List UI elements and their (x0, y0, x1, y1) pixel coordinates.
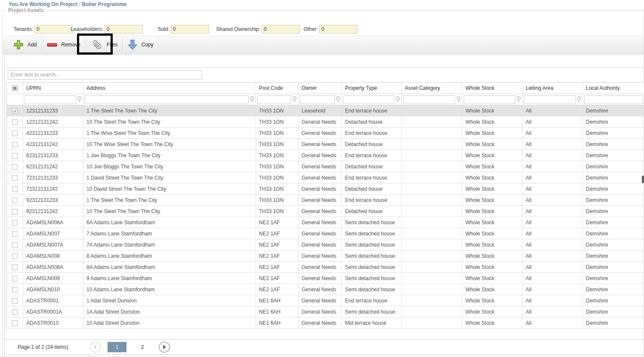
count-field-input[interactable] (319, 25, 357, 34)
count-field-input[interactable] (171, 25, 209, 34)
row-checkbox-cell[interactable] (7, 183, 23, 195)
row-checkbox[interactable] (12, 309, 18, 315)
table-row[interactable]: ADAMSLN0077 Adams Lane StamfordhamNE2 1A… (7, 228, 644, 239)
column-header-property-type[interactable]: Property Type (342, 82, 402, 94)
table-row[interactable]: ADAMSLN01010 Adams Lane StamfordhamNE2 1… (7, 284, 644, 295)
table-row[interactable]: 423121312331 The Wise Steet The Town The… (7, 128, 644, 139)
row-checkbox[interactable] (12, 231, 18, 237)
filter-funnel-icon[interactable] (577, 96, 581, 103)
table-row[interactable]: ADAMSLN0099 Adams Lane StamfordhamNE2 1A… (7, 273, 644, 284)
table-row[interactable]: 9231213124210 The Steet The Town The Cit… (7, 206, 644, 217)
remove-button[interactable]: Remove (42, 37, 85, 53)
row-checkbox-checked[interactable] (12, 108, 18, 114)
filter-funnel-icon[interactable] (396, 96, 400, 103)
table-row[interactable]: 923121312331 The Steet The Town The City… (7, 195, 644, 206)
filter-funnel-icon[interactable] (336, 96, 340, 103)
filter-input-local-authority[interactable] (584, 95, 643, 104)
count-field-input[interactable] (34, 25, 73, 34)
row-checkbox-cell[interactable] (7, 150, 23, 161)
row-checkbox[interactable] (12, 119, 18, 125)
row-checkbox[interactable] (12, 287, 18, 293)
row-checkbox-cell[interactable] (7, 139, 23, 150)
column-header-asset-category[interactable]: Asset Category (402, 82, 462, 94)
filter-funnel-icon[interactable] (456, 96, 461, 103)
filter-input-address[interactable] (85, 95, 249, 104)
row-checkbox[interactable] (12, 175, 18, 181)
row-checkbox[interactable] (12, 265, 18, 270)
filter-funnel-icon[interactable] (250, 96, 254, 103)
row-checkbox[interactable] (12, 242, 18, 248)
vertical-scrollbar-thumb[interactable] (642, 176, 644, 183)
table-row[interactable]: ADAMSLN007A7A Adams Lane StamfordhamNE2 … (7, 239, 644, 250)
table-row[interactable]: 623121312331 Joe Bloggs The Town The Cit… (7, 150, 644, 161)
row-checkbox[interactable] (12, 253, 18, 259)
column-header-uprn[interactable]: UPRN (23, 82, 83, 94)
row-checkbox-cell[interactable] (7, 262, 23, 273)
pager-next-button[interactable] (158, 341, 170, 353)
filter-funnel-icon[interactable] (293, 96, 297, 103)
files-button[interactable]: Files (86, 37, 122, 53)
row-checkbox-cell[interactable] (7, 317, 23, 329)
row-checkbox[interactable] (12, 164, 18, 170)
table-row[interactable]: ADAMSLN0088 Adams Lane StamfordhamNE2 1A… (7, 250, 644, 262)
row-checkbox-cell[interactable] (7, 206, 23, 217)
row-checkbox[interactable] (12, 153, 18, 159)
row-checkbox-cell[interactable] (7, 250, 23, 262)
pager-page-1[interactable]: 1 (108, 342, 126, 352)
column-header-letting-area[interactable]: Letting Area (523, 82, 583, 94)
row-checkbox-cell[interactable] (7, 239, 23, 250)
row-checkbox-cell[interactable] (7, 128, 23, 139)
filter-input-post-code[interactable] (257, 95, 291, 104)
row-checkbox[interactable] (12, 131, 18, 136)
table-row[interactable]: 6231213124210 Joe Bloggs The Town The Ci… (7, 161, 644, 172)
row-checkbox-cell[interactable] (7, 284, 23, 295)
table-row[interactable]: ADASTR00011 Adal Street DunstonNE1 6AHGe… (7, 295, 644, 306)
column-header-address[interactable]: Address (83, 82, 256, 94)
row-checkbox-cell[interactable] (7, 195, 23, 206)
row-checkbox-cell[interactable] (7, 228, 23, 239)
row-checkbox[interactable] (12, 220, 18, 226)
table-row[interactable]: ADASTR0001A1A Adal Street DunstonNE1 6AH… (7, 306, 644, 317)
row-checkbox[interactable] (12, 186, 18, 192)
table-row[interactable]: ADAMSLN006A6A Adams Lane StamfordhamNE2 … (7, 217, 644, 228)
row-checkbox-cell[interactable] (7, 306, 23, 317)
row-checkbox[interactable] (12, 142, 18, 147)
row-checkbox[interactable] (12, 209, 18, 214)
table-row[interactable]: 1231213124210 The Steet The Town The Cit… (7, 116, 644, 128)
column-header-local-authority[interactable]: Local Authority (583, 82, 644, 94)
table-row[interactable]: ADAMSLN008A8A Adams Lane StamfordhamNE2 … (7, 262, 644, 273)
filter-funnel-icon[interactable] (77, 96, 82, 103)
pager-page-2[interactable]: 2 (133, 342, 152, 352)
table-row[interactable]: 123121312331 The Steet The Town The City… (7, 105, 644, 116)
row-checkbox-cell[interactable] (7, 105, 23, 116)
search-input[interactable] (8, 70, 202, 79)
count-field-input[interactable] (105, 25, 143, 34)
column-header-owner[interactable]: Owner (299, 82, 342, 94)
row-checkbox-cell[interactable] (7, 172, 23, 183)
select-all-header-cell[interactable] (7, 82, 23, 94)
select-all-checkbox[interactable] (12, 85, 18, 91)
row-checkbox-cell[interactable] (7, 273, 23, 284)
filter-input-property-type[interactable] (343, 95, 394, 104)
filter-funnel-icon[interactable] (517, 96, 521, 103)
count-field-input[interactable] (262, 25, 300, 34)
filter-input-asset-category[interactable] (403, 95, 455, 104)
row-checkbox-cell[interactable] (7, 116, 23, 128)
filter-input-whole-stock[interactable] (464, 95, 515, 104)
add-button[interactable]: Add (8, 37, 41, 53)
pager-prev-button[interactable] (89, 341, 101, 353)
copy-button[interactable]: Copy (123, 37, 158, 53)
filter-input-owner[interactable] (300, 95, 335, 104)
table-row[interactable]: ADASTR001010 Adal Street DunstonNE1 6AHG… (7, 317, 644, 329)
row-checkbox[interactable] (12, 320, 18, 326)
table-row[interactable]: 4231213124210 The Wise Steet The Town Th… (7, 139, 644, 150)
filter-input-uprn[interactable] (25, 95, 76, 104)
row-checkbox[interactable] (12, 298, 18, 304)
row-checkbox-cell[interactable] (7, 295, 23, 306)
column-header-post-code[interactable]: Post Code (256, 82, 299, 94)
column-header-whole-stock[interactable]: Whole Stock (462, 82, 523, 94)
filter-input-letting-area[interactable] (524, 95, 576, 104)
row-checkbox[interactable] (12, 276, 18, 281)
row-checkbox[interactable] (12, 198, 18, 203)
table-row[interactable]: 723121312331 David Street The Town The C… (7, 172, 644, 183)
